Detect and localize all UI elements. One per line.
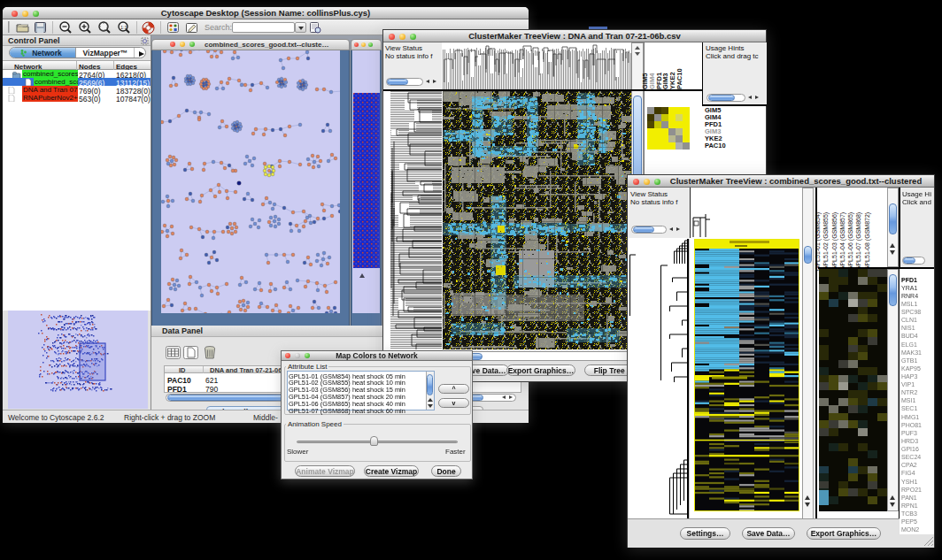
svg-text:1:1: 1:1 <box>120 25 127 30</box>
